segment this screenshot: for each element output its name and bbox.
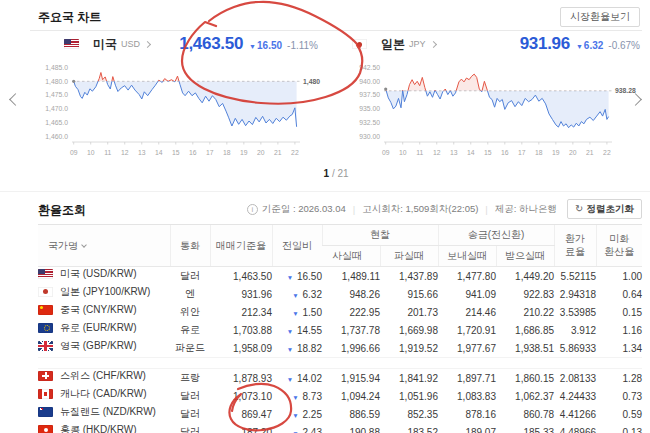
svg-text:16: 16 [189,149,197,156]
svg-text:940.00: 940.00 [359,78,380,85]
country-name: 스위스 (CHF/KRW) [60,369,146,383]
chevron-right-icon[interactable] [429,40,436,47]
jpy-change-pct: -0.67% [608,40,640,51]
usd-change: 16.50 [257,40,282,51]
base-rate-cell: 212.34 [210,303,272,321]
fee-rate-cell: 4.48966 [554,423,596,433]
pagination-current: 1 [323,168,329,179]
svg-text:22: 22 [603,149,611,156]
currency-cell: 달러 [170,267,210,286]
base-rate-cell: 1,703.88 [210,321,272,339]
currency-cell: 프랑 [170,369,210,388]
svg-text:1,470.0: 1,470.0 [45,105,68,112]
day-change-cell: ▼ 18.82 [272,339,322,358]
info-icon[interactable]: i [247,204,258,215]
svg-text:19: 19 [240,149,248,156]
wire-receive-cell: 1,860.15 [496,369,554,388]
divider [30,30,642,31]
rates-table-body: 미국 (USD/KRW)달러1,463.50▼ 16.501,489.111,4… [38,267,642,433]
svg-text:21: 21 [274,149,282,156]
country-cell[interactable]: 중국 (CNY/KRW) [38,303,170,316]
jpy-chart-card: 일본 JPY 931.96 ▼6.32 -0.67% 930.00932.509… [342,33,642,163]
cash-buy-cell: 1,996.66 [322,339,380,358]
wire-send-cell: 1,083.83 [438,387,496,405]
down-triangle-icon: ▼ [292,394,298,401]
svg-text:1,460.0: 1,460.0 [45,133,68,140]
country-name: 뉴질랜드 (NZD/KRW) [60,405,156,419]
cash-buy-cell: 948.26 [322,285,380,303]
country-name: 홍콩 (HKD/KRW) [60,423,136,433]
svg-text:22: 22 [291,149,299,156]
day-change-cell: ▼ 6.32 [272,285,322,303]
header-day-change: 전일비 [272,225,322,267]
header-wire-group: 송금(전신환) [438,225,554,246]
fee-rate-cell: 3.912 [554,321,596,339]
day-change-cell: ▼ 8.73 [272,387,322,405]
country-cell[interactable]: 스위스 (CHF/KRW) [38,369,170,382]
change-value: 18.82 [294,343,322,354]
cash-buy-cell: 886.59 [322,405,380,423]
svg-text:15: 15 [484,149,492,156]
svg-text:17: 17 [518,149,526,156]
fee-rate-cell: 4.24433 [554,387,596,405]
country-cell[interactable]: 일본 (JPY100/KRW) [38,285,170,298]
down-triangle-icon: ▼ [292,412,298,419]
jpy-chart-country[interactable]: 일본 [381,36,405,53]
country-cell[interactable]: 영국 (GBP/KRW) [38,339,170,352]
svg-text:18: 18 [223,149,231,156]
base-rate-cell: 1,958.09 [210,339,272,358]
wire-send-cell: 1,477.80 [438,267,496,286]
country-cell[interactable]: 뉴질랜드 (NZD/KRW) [38,405,170,418]
gb-flag-icon [38,341,53,351]
header-currency: 통화 [170,225,210,267]
country-cell[interactable]: 홍콩 (HKD/KRW) [38,423,170,433]
jpy-intraday-chart: 930.00932.50935.00937.50940.00942.500910… [342,57,642,161]
prev-chart-arrow[interactable] [2,86,24,112]
svg-text:14: 14 [155,149,163,156]
svg-text:1,485.0: 1,485.0 [45,64,68,71]
country-cell[interactable]: 캐나다 (CAD/KRW) [38,387,170,400]
table-row: 중국 (CNY/KRW)위안212.34▼ 1.50222.95201.7321… [38,303,642,321]
next-chart-arrow[interactable] [626,86,648,112]
pagination-total: / 21 [332,168,349,179]
base-rate-cell: 1,073.10 [210,387,272,405]
country-name: 영국 (GBP/KRW) [60,339,136,353]
wire-send-cell: 1,897.71 [438,369,496,388]
header-fee-rate: 환가 료율 [554,225,596,267]
usd-conversion-cell: 0.59 [596,405,642,423]
provider: 제공: 하나은행 [495,203,557,216]
usd-conversion-cell: 0.15 [596,303,642,321]
wire-send-cell: 878.16 [438,405,496,423]
japan-flag-icon [352,39,367,49]
down-triangle-icon: ▼ [292,430,298,433]
header-country[interactable]: 국가명 [38,225,170,267]
jpy-chart-code: JPY [409,39,426,49]
wire-receive-cell: 1,938.51 [496,339,554,358]
wire-send-cell: 1,977.67 [438,339,496,358]
reset-sort-button[interactable]: ↻ 정렬초기화 [567,199,642,219]
table-row: 영국 (GBP/KRW)파운드1,958.09▼ 18.821,996.661,… [38,339,642,358]
country-cell[interactable]: 유로 (EUR/KRW) [38,321,170,334]
svg-text:13: 13 [450,149,458,156]
usd-chart-country[interactable]: 미국 [93,36,117,53]
chart-pagination: 1/ 21 [30,168,642,179]
currency-cell: 엔 [170,285,210,303]
svg-text:1,480: 1,480 [303,78,320,86]
svg-text:17: 17 [206,149,214,156]
table-info-row: i 기준일 : 2026.03.04 | 고시회차: 1,509회차(22:05… [247,199,642,219]
usd-conversion-cell: 1.16 [596,321,642,339]
cash-sell-cell: 915.66 [380,285,438,303]
usd-conversion-cell: 1.34 [596,339,642,358]
country-cell[interactable]: 미국 (USD/KRW) [38,267,170,280]
usd-conversion-cell: 1.28 [596,369,642,388]
svg-text:19: 19 [552,149,560,156]
svg-text:10: 10 [87,149,95,156]
market-rate-view-button[interactable]: 시장환율보기 [560,7,640,27]
svg-text:12: 12 [433,149,441,156]
table-row: 홍콩 (HKD/KRW)달러187.20▼ 2.43190.88183.5218… [38,423,642,433]
wire-send-cell: 1,720.91 [438,321,496,339]
header-cash-sell: 파실때 [380,246,438,267]
base-rate-cell: 931.96 [210,285,272,303]
cash-sell-cell: 852.35 [380,405,438,423]
chevron-right-icon[interactable] [144,40,151,47]
